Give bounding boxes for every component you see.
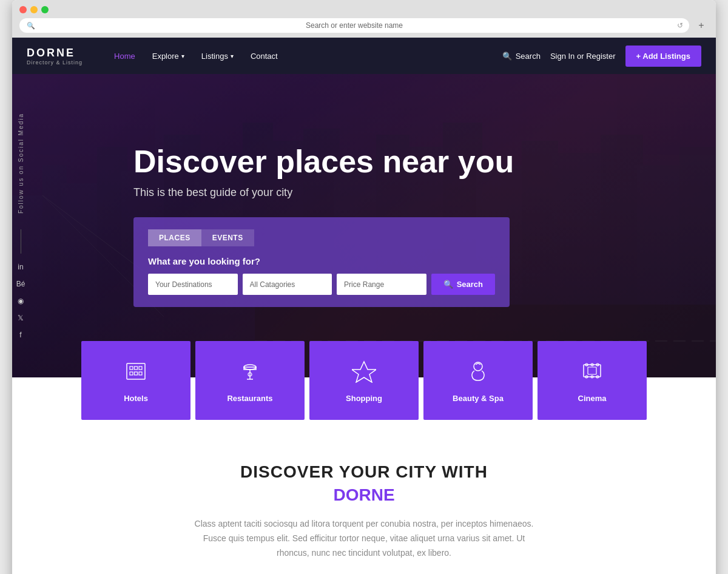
categories-section: Hotels Restaurants — [12, 341, 716, 420]
search-tabs: PLACES EVENTS — [148, 229, 495, 246]
svg-rect-25 — [127, 363, 145, 379]
search-nav-button[interactable]: 🔍 Search — [502, 52, 541, 61]
tab-places[interactable]: PLACES — [148, 229, 201, 246]
beauty-spa-icon — [466, 359, 490, 387]
svg-rect-28 — [139, 366, 142, 370]
search-icon: 🔍 — [502, 52, 512, 61]
search-inputs: Your Destinations All Catagories Price R… — [148, 274, 495, 295]
hero-subtitle: This is the best guide of your city — [133, 186, 679, 199]
nav-links: Home Explore ▾ Listings ▾ Contact — [107, 48, 285, 64]
nav-contact[interactable]: Contact — [243, 48, 285, 64]
category-restaurants[interactable]: Restaurants — [195, 341, 305, 420]
svg-rect-26 — [130, 366, 133, 370]
svg-rect-37 — [584, 365, 601, 377]
svg-rect-30 — [135, 372, 138, 375]
cinema-label: Cinema — [578, 394, 607, 403]
sign-in-link[interactable]: Sign In or Register — [550, 52, 616, 61]
restaurants-icon — [238, 359, 262, 387]
logo-area: DORNE Directory & Listing — [27, 47, 83, 66]
svg-rect-33 — [244, 367, 256, 370]
nav-home[interactable]: Home — [107, 48, 143, 64]
restaurants-label: Restaurants — [227, 394, 272, 403]
browser-window: 🔍 Search or enter website name ↺ + DORNE… — [12, 0, 716, 574]
browser-dots — [19, 6, 709, 13]
svg-rect-27 — [135, 366, 138, 370]
search-submit-label: Search — [457, 280, 483, 289]
dot-yellow[interactable] — [30, 6, 38, 13]
dot-green[interactable] — [41, 6, 49, 13]
chevron-down-icon: ▾ — [181, 53, 184, 59]
cinema-icon — [580, 359, 604, 387]
hotels-icon — [124, 359, 148, 387]
navbar: DORNE Directory & Listing Home Explore ▾… — [12, 38, 716, 74]
browser-toolbar: 🔍 Search or enter website name ↺ + — [19, 18, 709, 38]
logo-text: DORNE — [27, 47, 83, 59]
nav-right: 🔍 Search Sign In or Register + Add Listi… — [502, 46, 701, 67]
search-icon: 🔍 — [27, 22, 35, 30]
category-hotels[interactable]: Hotels — [81, 341, 190, 420]
nav-listings[interactable]: Listings ▾ — [194, 48, 241, 64]
website: DORNE Directory & Listing Home Explore ▾… — [12, 38, 716, 574]
logo-subtitle: Directory & Listing — [27, 59, 83, 66]
svg-rect-29 — [130, 372, 133, 375]
search-submit-button[interactable]: 🔍 Search — [431, 274, 495, 295]
beauty-spa-label: Beauty & Spa — [453, 394, 504, 403]
refresh-icon[interactable]: ↺ — [677, 21, 683, 30]
svg-marker-35 — [352, 362, 376, 382]
search-submit-icon: 🔍 — [443, 280, 453, 289]
category-shopping[interactable]: Shopping — [309, 341, 419, 420]
browser-chrome: 🔍 Search or enter website name ↺ + — [12, 0, 716, 38]
search-question: What are you looking for? — [148, 256, 495, 266]
search-label: Search — [516, 52, 541, 61]
svg-rect-44 — [588, 367, 596, 374]
search-box: PLACES EVENTS What are you looking for? … — [133, 217, 510, 307]
svg-rect-31 — [139, 372, 142, 375]
discover-title: DISCOVER YOUR CITY WITH — [49, 462, 679, 482]
price-select[interactable]: Price Range — [337, 274, 426, 295]
shopping-icon — [352, 359, 376, 387]
chevron-down-icon: ▾ — [231, 53, 234, 59]
tab-events[interactable]: EVENTS — [201, 229, 254, 246]
hotels-label: Hotels — [124, 394, 148, 403]
twitter-icon[interactable]: 𝕏 — [12, 309, 29, 326]
category-cinema[interactable]: Cinema — [538, 341, 647, 420]
dot-red[interactable] — [19, 6, 27, 13]
category-beauty-spa[interactable]: Beauty & Spa — [423, 341, 533, 420]
hero-content: Discover places near you This is the bes… — [12, 144, 716, 307]
destination-select[interactable]: Your Destinations — [148, 274, 238, 295]
nav-explore[interactable]: Explore ▾ — [145, 48, 192, 64]
hero-title: Discover places near you — [133, 144, 679, 179]
new-tab-button[interactable]: + — [694, 18, 709, 33]
add-listings-button[interactable]: + Add Listings — [625, 46, 701, 67]
discover-section: DISCOVER YOUR CITY WITH DORNE Class apte… — [12, 420, 716, 574]
address-bar[interactable]: 🔍 Search or enter website name ↺ — [19, 18, 689, 33]
discover-brand: DORNE — [49, 485, 679, 505]
address-bar-text: Search or enter website name — [306, 21, 403, 30]
discover-description: Class aptent taciti sociosqu ad litora t… — [188, 517, 540, 560]
category-select[interactable]: All Catagories — [243, 274, 332, 295]
shopping-label: Shopping — [346, 394, 382, 403]
hero-section: Follow us on Social Media in Bé ◉ 𝕏 f Di… — [12, 74, 716, 377]
